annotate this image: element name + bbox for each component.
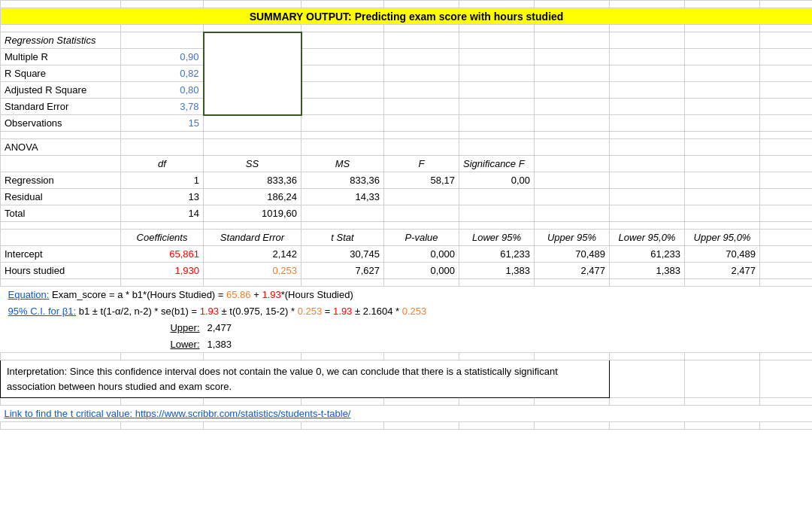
intercept-se: 2,142 [204, 246, 301, 263]
r-square-value: 0,82 [121, 65, 204, 82]
anova-total-label: Total [1, 205, 121, 222]
r-square-row: R Square 0,82 [1, 65, 813, 82]
anova-header-row: ANOVA [1, 139, 813, 156]
multiple-r-value: 0,90 [121, 49, 204, 65]
hours-upper95: 2,477 [535, 263, 610, 279]
anova-regression-row: Regression 1 833,36 833,36 58,17 0,00 [1, 172, 813, 189]
coeff-col-lower95-0: Lower 95,0% [610, 230, 685, 246]
spreadsheet: SUMMARY OUTPUT: Predicting exam score wi… [0, 0, 812, 514]
upper-label: Upper: [170, 322, 199, 333]
anova-col-ms: MS [301, 156, 384, 172]
link-row: Link to find the t critical value: https… [1, 406, 813, 422]
interpretation-row: Interpretation: Since this confidence in… [1, 360, 813, 398]
intercept-lower95: 61,233 [459, 246, 535, 263]
summary-title: SUMMARY OUTPUT: Predicting exam score wi… [1, 8, 813, 25]
equation-text-suffix: *(Hours Studied) [281, 289, 353, 300]
equation-text-prefix: Exam_score = a * b1*(Hours Studied) = [52, 289, 226, 300]
anova-col-sigf: Significance F [459, 156, 535, 172]
hours-lower95-0: 1,383 [610, 263, 685, 279]
intercept-pvalue: 0,000 [384, 246, 459, 263]
anova-total-df: 14 [121, 205, 204, 222]
hours-tstat: 7,627 [301, 263, 384, 279]
hours-coeff: 1,930 [121, 263, 204, 279]
r-square-label: R Square [1, 65, 121, 82]
hours-label: Hours studied [1, 263, 121, 279]
anova-columns-row: df SS MS F Significance F [1, 156, 813, 172]
anova-residual-df: 13 [121, 189, 204, 205]
title-row: SUMMARY OUTPUT: Predicting exam score wi… [1, 8, 813, 25]
coeff-hours-row: Hours studied 1,930 0,253 7,627 0,000 1,… [1, 263, 813, 279]
anova-regression-f: 58,17 [384, 172, 459, 189]
coeff-header-row: Coefficients Standard Error t Stat P-val… [1, 230, 813, 246]
multiple-r-label: Multiple R [1, 49, 121, 65]
lower-row: Lower: 1,383 [1, 336, 813, 353]
intercept-label: Intercept [1, 246, 121, 263]
anova-col-df: df [121, 156, 204, 172]
lower-label: Lower: [170, 339, 199, 350]
anova-regression-ss: 833,36 [204, 172, 301, 189]
regression-stats-header: Regression Statistics [1, 32, 121, 49]
coeff-col-upper95-0: Upper 95,0% [685, 230, 760, 246]
anova-residual-label: Residual [1, 189, 121, 205]
intercept-upper95-0: 70,489 [685, 246, 760, 263]
hours-se: 0,253 [204, 263, 301, 279]
anova-col-ss: SS [204, 156, 301, 172]
anova-col-f: F [384, 156, 459, 172]
upper-value: 2,477 [204, 320, 301, 336]
interpretation-text: Interpretation: Since this confidence in… [7, 366, 558, 392]
lower-value: 1,383 [204, 336, 301, 353]
intercept-tstat: 30,745 [301, 246, 384, 263]
coeff-col-pvalue: P-value [384, 230, 459, 246]
observations-label: Observations [1, 115, 121, 132]
equation-row: Equation: Exam_score = a * b1*(Hours Stu… [1, 287, 813, 303]
ci-text1: b1 ± t(1-α/2, n-2) * se(b1) = [79, 306, 200, 317]
coeff-col-upper95: Upper 95% [535, 230, 610, 246]
intercept-lower95-0: 61,233 [610, 246, 685, 263]
anova-regression-df: 1 [121, 172, 204, 189]
anova-total-ss: 1019,60 [204, 205, 301, 222]
standard-error-label: Standard Error [1, 99, 121, 115]
multiple-r-row: Multiple R 0,90 [1, 49, 813, 65]
standard-error-value: 3,78 [121, 99, 204, 115]
upper-row: Upper: 2,477 [1, 320, 813, 336]
coeff-col-coefficients: Coefficients [121, 230, 204, 246]
equation-label: Equation: [8, 289, 50, 300]
anova-residual-ms: 14,33 [301, 189, 384, 205]
equation-plus: + [251, 289, 262, 300]
hours-pvalue: 0,000 [384, 263, 459, 279]
coeff-col-se: Standard Error [204, 230, 301, 246]
standard-error-row: Standard Error 3,78 [1, 99, 813, 115]
anova-label: ANOVA [1, 139, 121, 156]
observations-row: Observations 15 [1, 115, 813, 132]
coeff-intercept-row: Intercept 65,861 2,142 30,745 0,000 61,2… [1, 246, 813, 263]
coeff-col-tstat: t Stat [301, 230, 384, 246]
anova-regression-ms: 833,36 [301, 172, 384, 189]
ci-row: 95% C.I. for β1: b1 ± t(1-α/2, n-2) * se… [1, 303, 813, 320]
anova-regression-label: Regression [1, 172, 121, 189]
intercept-coeff: 65,861 [121, 246, 204, 263]
intercept-upper95: 70,489 [535, 246, 610, 263]
ci-label: 95% C.I. for β1: [8, 306, 77, 317]
adjusted-r-square-row: Adjusted R Square 0,80 [1, 82, 813, 99]
adjusted-r-square-value: 0,80 [121, 82, 204, 99]
adjusted-r-square-label: Adjusted R Square [1, 82, 121, 99]
coeff-col-lower95: Lower 95% [459, 230, 535, 246]
hours-lower95: 1,383 [459, 263, 535, 279]
anova-total-row: Total 14 1019,60 [1, 205, 813, 222]
equation-value2: 1.93 [262, 289, 280, 300]
anova-residual-ss: 186,24 [204, 189, 301, 205]
anova-residual-row: Residual 13 186,24 14,33 [1, 189, 813, 205]
observations-value: 15 [121, 115, 204, 132]
link-prefix: Link to find the t critical value: [5, 408, 135, 419]
hours-upper95-0: 2,477 [685, 263, 760, 279]
equation-value1: 65.86 [226, 289, 251, 300]
regression-stats-header-row: Regression Statistics [1, 32, 813, 49]
anova-regression-sigf: 0,00 [459, 172, 535, 189]
link-url[interactable]: https://www.scribbr.com/statistics/stude… [135, 408, 351, 419]
